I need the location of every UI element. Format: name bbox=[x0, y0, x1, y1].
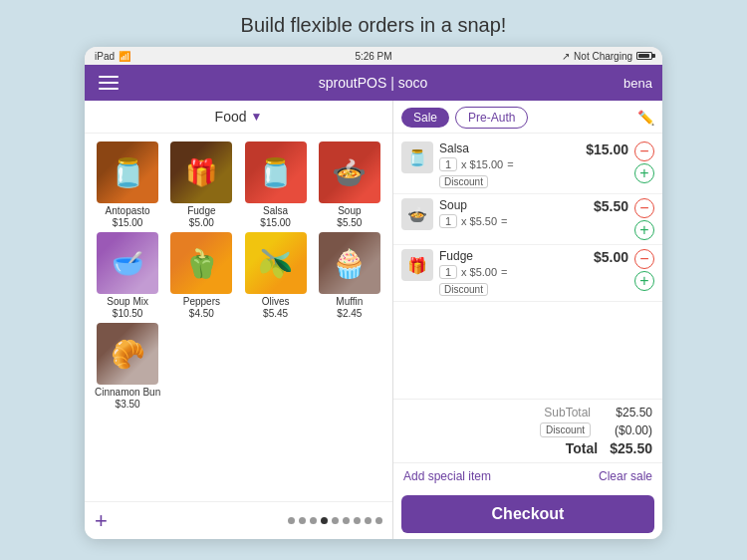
order-item-name-soup-order: Soup bbox=[439, 198, 588, 212]
order-item-details-fudge-order: Fudge 1 x $5.00 = Discount bbox=[439, 249, 588, 297]
wifi-icon: 📶 bbox=[119, 51, 130, 62]
product-name-soupmix: Soup Mix bbox=[107, 296, 148, 308]
order-item-qty-fudge-order[interactable]: 1 bbox=[439, 265, 457, 279]
page-dot-0[interactable] bbox=[288, 517, 295, 524]
right-panel: Sale Pre-Auth ✏️ 🫙 Salsa 1 x $15.00 = Di… bbox=[393, 101, 662, 539]
status-left: iPad 📶 bbox=[95, 51, 281, 62]
category-label: Food bbox=[215, 109, 247, 125]
order-item-minus-salsa-order[interactable]: − bbox=[634, 141, 654, 161]
order-item-fudge-order: 🎁 Fudge 1 x $5.00 = Discount $5.00 − + bbox=[393, 245, 662, 302]
order-item-image-fudge-order: 🎁 bbox=[401, 249, 433, 281]
nav-user: bena bbox=[623, 76, 652, 91]
product-item-soup[interactable]: 🍲 Soup $5.50 bbox=[315, 141, 384, 228]
product-price-soupmix: $10.50 bbox=[113, 308, 143, 319]
page-dot-5[interactable] bbox=[343, 517, 350, 524]
edit-icon[interactable]: ✏️ bbox=[637, 110, 654, 126]
order-item-soup-order: 🍲 Soup 1 x $5.50 = $5.50 − + bbox=[393, 194, 662, 245]
product-name-muffin: Muffin bbox=[336, 296, 363, 308]
product-name-fudge: Fudge bbox=[187, 205, 215, 217]
product-price-fudge: $5.00 bbox=[189, 217, 214, 228]
left-bottom-bar: + bbox=[85, 501, 392, 539]
page-dot-4[interactable] bbox=[332, 517, 339, 524]
subtotal-value: $25.50 bbox=[603, 406, 652, 420]
order-discount-button[interactable]: Discount bbox=[540, 422, 591, 437]
page-dot-2[interactable] bbox=[310, 517, 317, 524]
order-item-minus-fudge-order[interactable]: − bbox=[634, 249, 654, 269]
order-item-total-salsa-order: $15.00 bbox=[586, 141, 628, 157]
product-price-muffin: $2.45 bbox=[337, 308, 362, 319]
product-image-antopasto: 🫙 bbox=[97, 141, 158, 203]
status-right: ↗ Not Charging bbox=[466, 51, 652, 62]
product-name-peppers: Peppers bbox=[183, 296, 220, 308]
discount-row: Discount ($0.00) bbox=[403, 422, 652, 437]
order-item-plus-salsa-order[interactable]: + bbox=[634, 163, 654, 183]
order-item-eq-salsa-order: = bbox=[507, 158, 513, 170]
order-item-x-soup-order: x $5.50 bbox=[461, 215, 497, 227]
tabs-row: Sale Pre-Auth ✏️ bbox=[393, 101, 662, 134]
tab-sale[interactable]: Sale bbox=[401, 108, 449, 128]
order-item-image-soup-order: 🍲 bbox=[401, 198, 433, 230]
nav-title: sproutPOS | soco bbox=[123, 75, 623, 91]
status-bar: iPad 📶 5:26 PM ↗ Not Charging bbox=[85, 47, 662, 65]
order-item-eq-fudge-order: = bbox=[501, 266, 507, 278]
total-label: Total bbox=[566, 440, 598, 456]
order-item-plus-soup-order[interactable]: + bbox=[634, 220, 654, 240]
order-item-qty-soup-order[interactable]: 1 bbox=[439, 214, 457, 228]
product-item-peppers[interactable]: 🫑 Peppers $4.50 bbox=[166, 232, 236, 319]
action-row: Add special item Clear sale bbox=[393, 462, 662, 489]
product-price-soup: $5.50 bbox=[337, 217, 362, 228]
page-dot-3[interactable] bbox=[321, 517, 328, 524]
product-item-antopasto[interactable]: 🫙 Antopasto $15.00 bbox=[93, 141, 162, 228]
charging-status: Not Charging bbox=[574, 51, 632, 62]
add-product-button[interactable]: + bbox=[95, 508, 108, 534]
totals-section: SubTotal $25.50 Discount ($0.00) Total $… bbox=[393, 399, 662, 462]
order-item-name-fudge-order: Fudge bbox=[439, 249, 588, 263]
product-name-olives: Olives bbox=[262, 296, 290, 308]
page-dot-7[interactable] bbox=[365, 517, 372, 524]
add-special-item-link[interactable]: Add special item bbox=[403, 469, 491, 483]
order-item-qty-row-soup-order: 1 x $5.50 = bbox=[439, 214, 588, 228]
order-item-details-soup-order: Soup 1 x $5.50 = bbox=[439, 198, 588, 228]
total-row: Total $25.50 bbox=[403, 440, 652, 456]
product-name-cinnamonbun: Cinnamon Bun bbox=[95, 387, 160, 399]
product-item-olives[interactable]: 🫒 Olives $5.45 bbox=[241, 232, 311, 319]
product-item-soupmix[interactable]: 🥣 Soup Mix $10.50 bbox=[93, 232, 162, 319]
order-item-eq-soup-order: = bbox=[501, 215, 507, 227]
item-discount-badge-fudge-order[interactable]: Discount bbox=[439, 283, 488, 296]
checkout-button[interactable]: Checkout bbox=[401, 495, 654, 533]
order-item-x-fudge-order: x $5.00 bbox=[461, 266, 497, 278]
page-dot-8[interactable] bbox=[375, 517, 382, 524]
tab-pre-auth[interactable]: Pre-Auth bbox=[455, 107, 528, 129]
order-item-image-salsa-order: 🫙 bbox=[401, 141, 433, 173]
page-dot-1[interactable] bbox=[299, 517, 306, 524]
order-item-qty-salsa-order[interactable]: 1 bbox=[439, 157, 457, 171]
page-dot-6[interactable] bbox=[354, 517, 361, 524]
product-image-peppers: 🫑 bbox=[170, 232, 232, 294]
product-image-muffin: 🧁 bbox=[319, 232, 380, 294]
product-price-antopasto: $15.00 bbox=[113, 217, 143, 228]
product-image-cinnamonbun: 🥐 bbox=[97, 323, 158, 385]
order-item-plus-fudge-order[interactable]: + bbox=[634, 271, 654, 291]
product-image-soup: 🍲 bbox=[319, 141, 380, 203]
order-item-minus-soup-order[interactable]: − bbox=[634, 198, 654, 218]
item-discount-badge-salsa-order[interactable]: Discount bbox=[439, 175, 488, 188]
total-value: $25.50 bbox=[610, 440, 652, 456]
subtotal-label: SubTotal bbox=[544, 406, 591, 420]
product-item-muffin[interactable]: 🧁 Muffin $2.45 bbox=[315, 232, 384, 319]
category-header[interactable]: Food ▼ bbox=[85, 101, 392, 134]
order-items-list: 🫙 Salsa 1 x $15.00 = Discount $15.00 − +… bbox=[393, 134, 662, 399]
product-price-peppers: $4.50 bbox=[189, 308, 214, 319]
product-price-salsa: $15.00 bbox=[260, 217, 291, 228]
product-item-fudge[interactable]: 🎁 Fudge $5.00 bbox=[166, 141, 236, 228]
product-item-cinnamonbun[interactable]: 🥐 Cinnamon Bun $3.50 bbox=[93, 323, 162, 410]
menu-button[interactable] bbox=[95, 72, 123, 94]
product-grid: 🫙 Antopasto $15.00 🎁 Fudge $5.00 🫙 Salsa… bbox=[85, 134, 392, 501]
order-item-qty-row-salsa-order: 1 x $15.00 = bbox=[439, 157, 580, 171]
clear-sale-link[interactable]: Clear sale bbox=[599, 469, 652, 483]
discount-value: ($0.00) bbox=[603, 423, 652, 437]
subtotal-row: SubTotal $25.50 bbox=[403, 406, 652, 420]
product-item-salsa[interactable]: 🫙 Salsa $15.00 bbox=[241, 141, 311, 228]
order-item-x-salsa-order: x $15.00 bbox=[461, 158, 503, 170]
order-item-qty-row-fudge-order: 1 x $5.00 = bbox=[439, 265, 588, 279]
order-item-name-salsa-order: Salsa bbox=[439, 141, 580, 155]
